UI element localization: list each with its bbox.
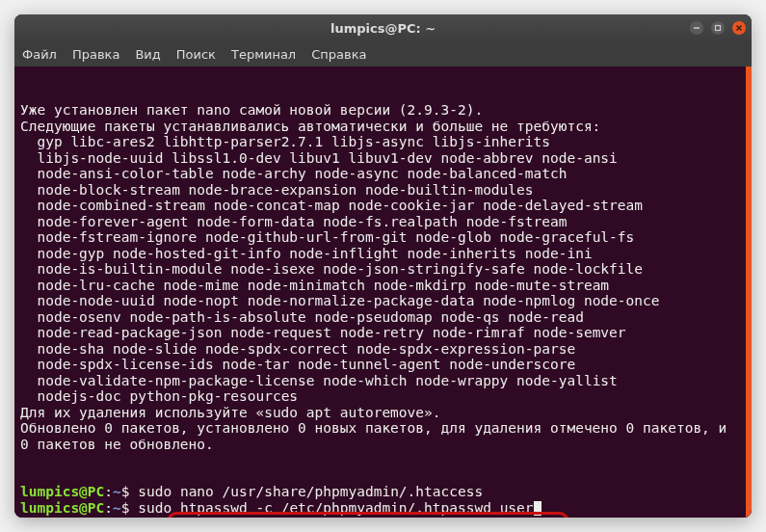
terminal-line: Обновлено 0 пакетов, установлено 0 новых…	[20, 420, 740, 452]
menu-help[interactable]: Справка	[311, 47, 366, 62]
terminal-line: node-validate-npm-package-license node-w…	[20, 373, 740, 389]
menu-view[interactable]: Вид	[135, 47, 160, 62]
command-text: sudo htpasswd -c /etc/phpmyadmin/.htpass…	[138, 500, 533, 516]
prompt-colon: :	[104, 484, 113, 499]
terminal-line: libjs-node-uuid libssl1.0-dev libuv1 lib…	[20, 150, 740, 167]
terminal-line: gyp libc-ares2 libhttp-parser2.7.1 libjs…	[20, 134, 740, 150]
prompt-colon: :	[104, 500, 113, 516]
svg-rect-1	[716, 26, 721, 31]
terminal-prompts: lumpics@PC:~$ sudo nano /usr/share/phpmy…	[20, 484, 740, 516]
terminal-line: Уже установлен пакет nano самой новой ве…	[20, 102, 740, 119]
terminal-output: Уже установлен пакет nano самой новой ве…	[20, 102, 740, 452]
terminal-line: Следующие пакеты устанавливались автомат…	[20, 119, 740, 135]
terminal-body[interactable]: Уже установлен пакет nano самой новой ве…	[14, 66, 752, 518]
terminal-line: node-node-uuid node-nopt node-normalize-…	[20, 293, 740, 309]
prompt-dollar: $	[121, 500, 138, 516]
prompt-line: lumpics@PC:~$ sudo htpasswd -c /etc/phpm…	[20, 500, 740, 517]
window-controls	[690, 21, 746, 35]
menu-file[interactable]: Файл	[22, 47, 57, 62]
terminal-line: node-block-stream node-brace-expansion n…	[20, 182, 740, 199]
command-text: sudo nano /usr/share/phpmyadmin/.htacces…	[138, 484, 483, 499]
terminal-line: Для их удаления используйте «sudo apt au…	[20, 405, 740, 421]
terminal-line: node-osenv node-path-is-absolute node-ps…	[20, 309, 740, 326]
prompt-user: lumpics@PC	[20, 484, 104, 499]
menu-terminal[interactable]: Терминал	[231, 47, 296, 62]
terminal-line: nodejs-doc python-pkg-resources	[20, 388, 740, 405]
minimize-button[interactable]	[690, 21, 703, 35]
prompt-dollar: $	[121, 484, 138, 499]
close-button[interactable]	[732, 21, 746, 35]
maximize-button[interactable]	[711, 21, 725, 35]
menubar: Файл Правка Вид Поиск Терминал Справка	[14, 41, 752, 66]
terminal-line: node-spdx-license-ids node-tar node-tunn…	[20, 357, 740, 373]
window-title: lumpics@PC: ~	[330, 21, 436, 36]
terminal-line: node-is-builtin-module node-isexe node-j…	[20, 261, 740, 278]
terminal-line: node-read-package-json node-request node…	[20, 325, 740, 341]
terminal-line: node-gyp node-hosted-git-info node-infli…	[20, 246, 740, 262]
menu-edit[interactable]: Правка	[72, 47, 119, 62]
terminal-line: node-ansi-color-table node-archy node-as…	[20, 166, 740, 182]
titlebar: lumpics@PC: ~	[14, 14, 752, 41]
prompt-path: ~	[113, 484, 121, 499]
terminal-line: node-fstream-ignore node-github-url-from…	[20, 229, 740, 246]
terminal-window: lumpics@PC: ~ Файл Правка Вид Поиск Терм…	[14, 14, 752, 518]
prompt-user: lumpics@PC	[20, 500, 104, 516]
cursor	[534, 501, 541, 516]
menu-search[interactable]: Поиск	[176, 47, 216, 62]
terminal-line: node-forever-agent node-form-data node-f…	[20, 214, 740, 230]
prompt-path: ~	[113, 500, 121, 516]
terminal-line: node-lru-cache node-mime node-minimatch …	[20, 278, 740, 294]
terminal-line: node-combined-stream node-concat-map nod…	[20, 198, 740, 214]
prompt-line: lumpics@PC:~$ sudo nano /usr/share/phpmy…	[20, 484, 740, 500]
terminal-line: node-sha node-slide node-spdx-correct no…	[20, 341, 740, 358]
